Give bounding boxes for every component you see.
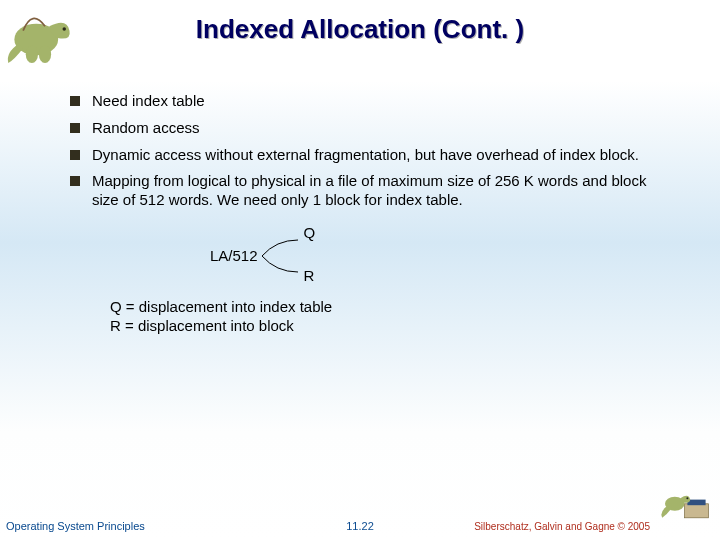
explain-line-q: Q = displacement into index table: [110, 298, 660, 317]
svg-point-3: [39, 46, 51, 64]
bullet-text: Need index table: [92, 92, 660, 111]
bullet-square-icon: [70, 176, 80, 186]
slide-title: Indexed Allocation (Cont. ): [0, 0, 720, 45]
dinosaur-logo-left: [0, 0, 90, 70]
bullet-item: Random access: [70, 119, 660, 138]
bullet-square-icon: [70, 96, 80, 106]
dinosaur-logo-right: [658, 480, 714, 522]
bullet-item: Dynamic access without external fragment…: [70, 146, 660, 165]
bullet-square-icon: [70, 123, 80, 133]
bullet-text: Random access: [92, 119, 660, 138]
footer-right: Silberschatz, Galvin and Gagne © 2005: [474, 521, 650, 532]
explain-line-r: R = displacement into block: [110, 317, 660, 336]
svg-point-1: [63, 27, 67, 31]
diagram-r: R: [304, 267, 316, 284]
svg-rect-5: [687, 500, 705, 506]
bullet-square-icon: [70, 150, 80, 160]
bullet-item: Mapping from logical to physical in a fi…: [70, 172, 660, 210]
bullet-item: Need index table: [70, 92, 660, 111]
footer-page-number: 11.22: [346, 520, 374, 532]
svg-rect-4: [685, 504, 709, 518]
bullet-text: Mapping from logical to physical in a fi…: [92, 172, 660, 210]
svg-point-2: [26, 46, 38, 64]
explanation-block: Q = displacement into index table R = di…: [110, 298, 660, 336]
division-diagram: LA/512 Q R: [210, 236, 660, 276]
diagram-lhs: LA/512: [210, 247, 258, 264]
diagram-q: Q: [304, 224, 316, 241]
content-area: Need index table Random access Dynamic a…: [70, 92, 660, 335]
svg-point-7: [686, 497, 688, 499]
bullet-text: Dynamic access without external fragment…: [92, 146, 660, 165]
footer-left: Operating System Principles: [6, 520, 145, 532]
